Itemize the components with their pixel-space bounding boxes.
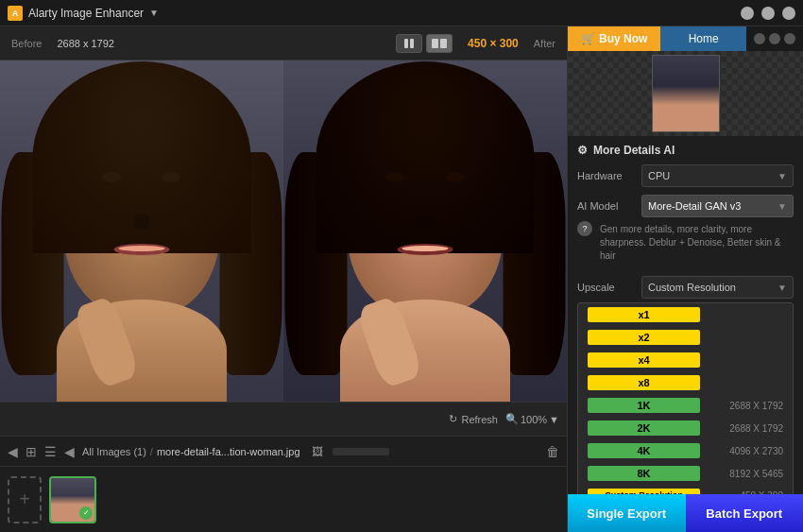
zoom-icon: 🔍 — [505, 413, 519, 425]
panel-window-controls — [746, 33, 803, 44]
x4-tag: x4 — [588, 352, 700, 368]
filmstrip: + ✓ — [0, 466, 567, 532]
delete-button[interactable]: 🗑 — [546, 444, 559, 459]
4k-detail: 4096 X 2730 — [708, 446, 783, 456]
before-label: Before — [11, 38, 42, 49]
add-image-button[interactable]: + — [8, 476, 42, 523]
preview-thumbnail — [652, 55, 720, 132]
export-buttons: Single Export Batch Export — [568, 494, 803, 532]
after-label: After — [534, 38, 555, 49]
ai-model-label: AI Model — [577, 200, 634, 212]
app-dropdown-icon[interactable]: ▼ — [149, 8, 159, 18]
help-icon[interactable]: ? — [577, 221, 592, 236]
1k-tag: 1K — [588, 398, 700, 413]
home-label: Home — [689, 32, 719, 45]
after-image — [283, 60, 567, 402]
side-by-side-button[interactable] — [426, 34, 453, 53]
image-panel: Before 2688 x 1792 450 × 300 After — [0, 26, 567, 532]
maximize-button[interactable] — [761, 7, 775, 20]
thumbnail-item[interactable]: ✓ — [49, 476, 96, 523]
image-top-bar: Before 2688 x 1792 450 × 300 After — [0, 26, 567, 60]
x2-tag: x2 — [588, 330, 700, 345]
upscale-option-1k[interactable]: 1K 2688 X 1792 — [578, 394, 793, 417]
upscale-option-8k[interactable]: 8K 8192 X 5465 — [578, 462, 793, 485]
single-export-label: Single Export — [587, 506, 666, 521]
upscale-row: Upscale Custom Resolution ▼ — [568, 272, 803, 302]
batch-export-button[interactable]: Batch Export — [686, 494, 804, 532]
zoom-value: 100% — [521, 414, 547, 425]
zoom-dropdown-icon: ▼ — [549, 414, 559, 425]
breadcrumb-separator: / — [150, 446, 153, 457]
title-bar-left: A Alarty Image Enhancer ▼ — [8, 6, 159, 21]
app-logo-icon: A — [8, 6, 23, 21]
upscale-option-x2[interactable]: x2 — [578, 326, 793, 349]
buy-now-label: Buy Now — [599, 32, 647, 45]
section-header: ⚙ More Details AI — [568, 136, 803, 161]
panel-scroll: ⚙ More Details AI Hardware CPU ▼ AI Mode… — [568, 136, 803, 494]
image-dimensions: 2688 x 1792 — [57, 38, 114, 49]
hardware-label: Hardware — [577, 170, 634, 181]
batch-export-label: Batch Export — [706, 506, 782, 521]
breadcrumb: All Images (1) / more-detail-fa...tion-w… — [82, 446, 300, 457]
after-portrait — [283, 60, 567, 402]
hardware-dropdown-arrow: ▼ — [777, 171, 787, 181]
2k-tag: 2K — [588, 420, 700, 436]
prev-icon[interactable]: ◀ — [8, 444, 18, 459]
minimize-button[interactable] — [741, 7, 754, 20]
upscale-option-4k[interactable]: 4K 4096 X 2730 — [578, 439, 793, 462]
preview-area — [568, 51, 803, 136]
close-button[interactable] — [782, 7, 795, 20]
panel-top-bar: 🛒 Buy Now Home — [568, 26, 803, 51]
home-button[interactable]: Home — [660, 26, 746, 51]
upscale-option-x1[interactable]: x1 — [578, 303, 793, 326]
ai-desc-row: ? Gen more details, more clarity, more s… — [568, 221, 803, 272]
panel-minimize-button[interactable] — [754, 33, 765, 44]
list-icon[interactable]: ☰ — [44, 444, 57, 459]
refresh-icon: ↻ — [449, 413, 457, 425]
x8-tag: x8 — [588, 375, 700, 390]
hardware-dropdown[interactable]: CPU ▼ — [641, 164, 794, 187]
refresh-button[interactable]: ↻ Refresh — [449, 413, 498, 425]
panel-maximize-button[interactable] — [769, 33, 780, 44]
upscale-value: Custom Resolution — [648, 282, 736, 293]
filmstrip-toolbar: ◀ ⊞ ☰ ◀ All Images (1) / more-detail-fa.… — [0, 436, 567, 466]
upscale-option-2k[interactable]: 2K 2688 X 1792 — [578, 417, 793, 439]
1k-detail: 2688 X 1792 — [708, 401, 783, 411]
cart-icon: 🛒 — [581, 32, 595, 45]
single-export-button[interactable]: Single Export — [568, 494, 686, 532]
grid-icon[interactable]: ⊞ — [26, 444, 37, 459]
upscale-dropdown[interactable]: Custom Resolution ▼ — [641, 276, 794, 299]
ai-model-value: More-Detail GAN v3 — [648, 200, 741, 212]
window-controls — [741, 7, 795, 20]
buy-now-button[interactable]: 🛒 Buy Now — [568, 26, 660, 51]
app-title: Alarty Image Enhancer — [28, 7, 144, 20]
more-details-icon: ⚙ — [577, 144, 588, 157]
upscale-option-custom[interactable]: Custom Resolution 450 X 300 — [578, 485, 793, 494]
thumbnail-check-icon: ✓ — [79, 506, 93, 520]
face-after — [348, 112, 504, 315]
main-content: Before 2688 x 1792 450 × 300 After — [0, 26, 803, 532]
before-image — [0, 60, 283, 402]
section-title: More Details AI — [593, 144, 675, 157]
2k-detail: 2688 X 1792 — [708, 423, 783, 434]
nav-prev-icon[interactable]: ◀ — [64, 444, 75, 459]
breadcrumb-filename: more-detail-fa...tion-woman.jpg — [157, 446, 300, 457]
ai-description: Gen more details, more clarity, more sha… — [600, 221, 794, 268]
refresh-label: Refresh — [461, 414, 498, 425]
ai-model-dropdown[interactable]: More-Detail GAN v3 ▼ — [641, 195, 794, 217]
zoom-control[interactable]: 🔍 100% ▼ — [505, 413, 559, 425]
title-bar: A Alarty Image Enhancer ▼ — [0, 0, 803, 26]
bottom-toolbar: ↻ Refresh 🔍 100% ▼ — [0, 402, 567, 436]
upscale-option-x8[interactable]: x8 — [578, 371, 793, 394]
breadcrumb-all-images[interactable]: All Images (1) — [82, 446, 146, 457]
image-icon: 🖼 — [312, 445, 323, 458]
face-before — [64, 112, 220, 315]
split-view-button[interactable] — [396, 34, 422, 53]
compare-toggle — [396, 34, 453, 53]
upscale-dropdown-arrow: ▼ — [777, 283, 787, 293]
panel-close-button[interactable] — [784, 33, 795, 44]
upscale-label: Upscale — [577, 282, 634, 293]
ai-model-row: AI Model More-Detail GAN v3 ▼ — [568, 191, 803, 221]
right-panel: 🛒 Buy Now Home ⚙ More Details AI — [567, 26, 803, 532]
upscale-option-x4[interactable]: x4 — [578, 349, 793, 371]
